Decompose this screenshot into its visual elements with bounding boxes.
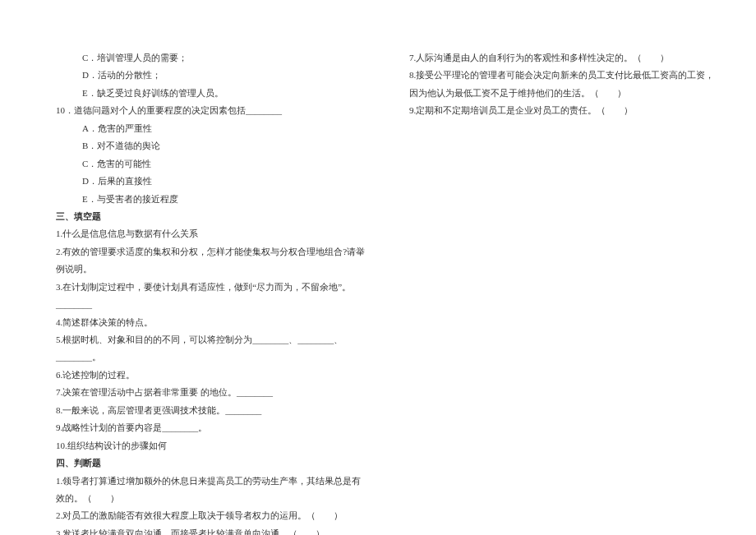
section4-q2: 2.对员工的激励能否有效很大程度上取决于领导者权力的运用。（ ） (49, 507, 370, 524)
section3-q4: 4.简述群体决策的特点。 (49, 314, 370, 331)
q10-stem: 10．道德问题对个人的重要程度的决定因素包括________ (49, 102, 370, 119)
section4-title: 四、判断题 (49, 454, 370, 472)
section3-q6: 6.论述控制的过程。 (49, 367, 370, 384)
section3-q9: 9.战略性计划的首要内容是________。 (49, 419, 370, 436)
section4-q9: 9.定期和不定期培训员工是企业对员工的责任。（ ） (403, 102, 723, 119)
section3-q10: 10.组织结构设计的步骤如何 (49, 437, 370, 454)
section3-q8: 8.一般来说，高层管理者更强调技术技能。________ (49, 402, 370, 419)
section3-q5: 5.根据时机、对象和目的的不同，可以将控制分为________、________… (49, 331, 370, 367)
left-column: C．培训管理人员的需要； D．活动的分散性； E．缺乏受过良好训练的管理人员。 … (49, 49, 370, 519)
section4-q7: 7.人际沟通是由人的自利行为的客观性和多样性决定的。（ ） (403, 49, 723, 67)
option-e: E．缺乏受过良好训练的管理人员。 (49, 85, 370, 102)
section3-q7: 7.决策在管理活动中占据着非常重要 的地位。________ (49, 384, 370, 401)
section3-q1: 1.什么是信息信息与数据有什么关系 (49, 225, 370, 242)
section3-q2: 2.有效的管理要求适度的集权和分权，怎样才能使集权与分权合理地组合?请举例说明。 (49, 243, 370, 279)
q10-option-a: A．危害的严重性 (49, 120, 370, 137)
section4-q8: 8.接受公平理论的管理者可能会决定向新来的员工支付比最低工资高的工资，因为他认为… (403, 67, 723, 102)
section3-title: 三、填空题 (49, 208, 370, 225)
q10-option-d: D．后果的直接性 (49, 173, 370, 190)
section4-q3: 3.发送者比较满意双向沟通，而接受者比较满意单向沟通。（ ） (49, 525, 370, 535)
option-c: C．培训管理人员的需要； (49, 49, 370, 67)
section4-q1: 1.领导者打算通过增加额外的休息日来提高员工的劳动生产率，其结果总是有效的。（ … (49, 473, 370, 508)
q10-option-c: C．危害的可能性 (49, 155, 370, 173)
section3-q3: 3.在计划制定过程中，要使计划具有适应性，做到“尽力而为，不留余地”。_____… (49, 279, 370, 314)
option-d: D．活动的分散性； (49, 67, 370, 84)
right-column: 7.人际沟通是由人的自利行为的客观性和多样性决定的。（ ） 8.接受公平理论的管… (403, 49, 723, 519)
q10-option-e: E．与受害者的接近程度 (49, 191, 370, 208)
q10-option-b: B．对不道德的舆论 (49, 137, 370, 155)
